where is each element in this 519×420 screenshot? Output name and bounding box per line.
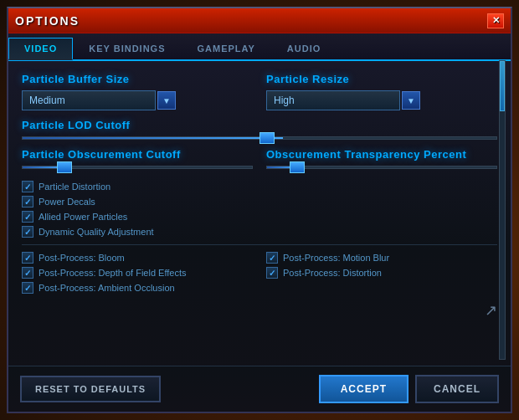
checkbox-label-allied-particles: Allied Power Particles — [39, 212, 127, 222]
particle-lod-track[interactable] — [22, 136, 497, 140]
checkboxes-section: Particle Distortion Power Decals Allied … — [22, 181, 497, 238]
modal-overlay: OPTIONS ✕ VIDEO KEY BINDINGS GAMEPLAY AU… — [0, 0, 519, 420]
particle-buffer-value: Medium — [29, 95, 65, 106]
checkbox-label-ambient: Post-Process: Ambient Occlusion — [39, 283, 175, 293]
modal-title: OPTIONS — [15, 14, 80, 28]
footer: RESET TO DEFAULTS ACCEPT CANCEL — [8, 366, 511, 412]
checkbox-row-ambient: Post-Process: Ambient Occlusion — [22, 282, 253, 294]
post-process-left: Post-Process: Bloom Post-Process: Depth … — [22, 252, 253, 297]
checkbox-label-dynamic-quality: Dynamic Quality Adjustment — [39, 227, 154, 237]
checkbox-row-bloom: Post-Process: Bloom — [22, 252, 253, 264]
checkbox-row-power-decals: Power Decals — [22, 196, 497, 207]
post-process-right: Post-Process: Motion Blur Post-Process: … — [266, 252, 497, 297]
particle-obscurement-track[interactable] — [22, 166, 253, 169]
checkbox-row-allied-particles: Allied Power Particles — [22, 211, 497, 223]
post-process-section: Post-Process: Bloom Post-Process: Depth … — [22, 252, 497, 297]
particle-lod-label: Particle LOD Cutoff — [22, 119, 497, 131]
cancel-button[interactable]: CANCEL — [415, 375, 499, 403]
checkbox-row-dof: Post-Process: Depth of Field Effects — [22, 267, 253, 279]
particle-resize-value: High — [274, 95, 295, 106]
particle-lod-fill — [23, 137, 283, 139]
particle-resize-arrow[interactable]: ▼ — [402, 91, 420, 110]
checkbox-dynamic-quality[interactable] — [22, 226, 33, 238]
checkbox-label-dof: Post-Process: Depth of Field Effects — [39, 268, 186, 278]
obscurement-row: Particle Obscurement Cutoff Obscurement … — [22, 148, 497, 174]
particle-resize-dropdown[interactable]: High — [266, 90, 400, 110]
checkbox-power-decals[interactable] — [22, 196, 33, 207]
checkbox-dof[interactable] — [22, 267, 33, 279]
checkbox-row-motion-blur: Post-Process: Motion Blur — [266, 252, 497, 264]
accept-button[interactable]: ACCEPT — [319, 375, 409, 403]
particle-buffer-dropdown-row: Medium ▼ — [22, 90, 253, 110]
tab-keybindings[interactable]: KEY BINDINGS — [73, 38, 181, 60]
checkbox-label-bloom: Post-Process: Bloom — [39, 253, 125, 263]
checkbox-row-pp-distortion: Post-Process: Distortion — [266, 267, 497, 279]
title-bar: OPTIONS ✕ — [8, 8, 511, 33]
cursor-indicator: ↗ — [485, 301, 497, 320]
checkbox-motion-blur[interactable] — [266, 252, 278, 264]
particle-buffer-section: Particle Buffer Size Medium ▼ — [22, 73, 253, 110]
tab-video[interactable]: VIDEO — [8, 38, 73, 60]
particle-obscurement-section: Particle Obscurement Cutoff — [22, 148, 253, 174]
checkbox-label-pp-distortion: Post-Process: Distortion — [283, 268, 382, 278]
top-settings-row: Particle Buffer Size Medium ▼ Particle R… — [22, 73, 497, 110]
checkbox-ambient[interactable] — [22, 282, 33, 294]
checkbox-allied-particles[interactable] — [22, 211, 33, 223]
checkbox-particle-distortion[interactable] — [22, 181, 33, 192]
checkbox-pp-distortion[interactable] — [266, 267, 278, 279]
obscurement-transparency-thumb[interactable] — [290, 161, 305, 173]
particle-buffer-arrow[interactable]: ▼ — [157, 91, 176, 110]
obscurement-transparency-section: Obscurement Transparency Percent — [266, 148, 497, 174]
checkbox-label-particle-distortion: Particle Distortion — [39, 182, 110, 192]
options-modal: OPTIONS ✕ VIDEO KEY BINDINGS GAMEPLAY AU… — [7, 7, 512, 413]
tabs-container: VIDEO KEY BINDINGS GAMEPLAY AUDIO — [8, 33, 511, 61]
obscurement-transparency-track[interactable] — [266, 166, 497, 169]
content-area: Particle Buffer Size Medium ▼ Particle R… — [8, 61, 511, 366]
checkbox-row-dynamic-quality: Dynamic Quality Adjustment — [22, 226, 497, 238]
particle-obscurement-thumb[interactable] — [57, 161, 72, 173]
obscurement-transparency-label: Obscurement Transparency Percent — [266, 148, 497, 161]
particle-lod-thumb[interactable] — [260, 132, 275, 144]
particle-resize-label: Particle Resize — [266, 73, 497, 85]
checkbox-label-motion-blur: Post-Process: Motion Blur — [283, 253, 389, 263]
checkbox-row-particle-distortion: Particle Distortion — [22, 181, 497, 192]
close-button[interactable]: ✕ — [487, 13, 504, 28]
scrollbar-thumb[interactable] — [500, 61, 505, 111]
divider — [22, 244, 497, 245]
tab-gameplay[interactable]: GAMEPLAY — [182, 38, 271, 60]
particle-lod-section: Particle LOD Cutoff — [22, 119, 497, 140]
scrollbar[interactable] — [499, 60, 506, 360]
tab-audio[interactable]: AUDIO — [271, 38, 337, 60]
reset-button[interactable]: RESET TO DEFAULTS — [20, 376, 161, 402]
particle-buffer-label: Particle Buffer Size — [22, 73, 253, 85]
particle-buffer-dropdown[interactable]: Medium — [22, 90, 156, 110]
particle-obscurement-label: Particle Obscurement Cutoff — [22, 148, 253, 161]
footer-right-buttons: ACCEPT CANCEL — [319, 375, 499, 403]
particle-resize-section: Particle Resize High ▼ — [266, 73, 497, 110]
particle-resize-dropdown-row: High ▼ — [266, 90, 497, 110]
checkbox-bloom[interactable] — [22, 252, 33, 264]
checkbox-label-power-decals: Power Decals — [39, 197, 95, 207]
